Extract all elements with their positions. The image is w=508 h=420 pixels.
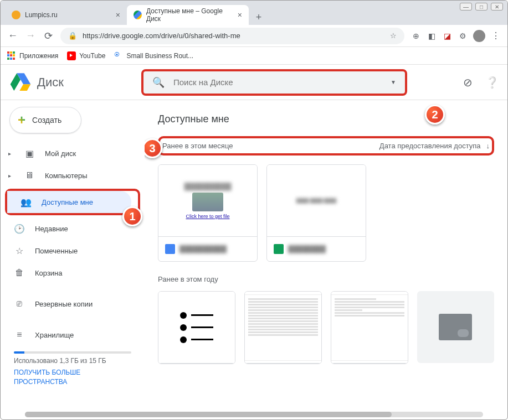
create-button[interactable]: + Создать bbox=[9, 107, 81, 133]
file-thumbnail: ██████████ Click here to get file bbox=[158, 165, 257, 237]
profile-avatar-icon[interactable] bbox=[473, 30, 485, 42]
computers-icon: 🖥 bbox=[24, 170, 35, 180]
drive-icon: ▣ bbox=[24, 148, 35, 159]
drive-logo[interactable]: Диск bbox=[9, 71, 137, 94]
drive-logo-text: Диск bbox=[37, 75, 64, 90]
close-tab-icon[interactable]: × bbox=[238, 11, 242, 19]
bookmark-label: YouTube bbox=[79, 52, 105, 60]
file-card[interactable] bbox=[158, 291, 235, 364]
sidebar-item-label: Резервные копии bbox=[35, 300, 93, 308]
file-card[interactable]: ████ ████ ████ ████████ bbox=[266, 164, 366, 262]
browser-tab[interactable]: Lumpics.ru × bbox=[5, 5, 127, 25]
reload-button[interactable]: ⟳ bbox=[43, 30, 54, 42]
tab-title: Доступные мне – Google Диск bbox=[146, 7, 233, 23]
new-tab-button[interactable]: + bbox=[251, 9, 266, 25]
storage-progress-bar bbox=[14, 351, 131, 354]
sidebar-item-shared[interactable]: 👥 Доступные мне bbox=[7, 191, 131, 213]
storage-icon: ≡ bbox=[14, 330, 25, 340]
back-button[interactable]: ← bbox=[7, 30, 18, 42]
browser-tab[interactable]: Доступные мне – Google Диск × bbox=[127, 5, 249, 25]
site-icon: ⦿ bbox=[114, 51, 123, 60]
sort-control[interactable]: Дата предоставления доступа ↓ bbox=[379, 142, 490, 150]
google-docs-icon bbox=[165, 244, 175, 254]
file-thumbnail bbox=[245, 292, 321, 364]
youtube-bookmark[interactable]: YouTube bbox=[67, 51, 105, 60]
bookmark-item[interactable]: ⦿ Small Business Rout... bbox=[114, 51, 193, 60]
search-options-dropdown-icon[interactable]: ▼ bbox=[391, 79, 396, 85]
sidebar-item-label: Доступные мне bbox=[42, 198, 93, 206]
browser-tabs-bar: Lumpics.ru × Доступные мне – Google Диск… bbox=[1, 1, 507, 25]
bookmark-star-icon[interactable]: ☆ bbox=[390, 32, 397, 40]
url-input[interactable]: 🔒 https://drive.google.com/drive/u/0/sha… bbox=[60, 28, 404, 44]
ready-offline-icon[interactable]: ⊘ bbox=[461, 76, 474, 89]
storage-info: Использовано 1,3 ГБ из 15 ГБ ПОЛУЧИТЬ БО… bbox=[1, 346, 145, 389]
bookmark-label: Small Business Rout... bbox=[126, 52, 193, 60]
expand-arrow-icon[interactable]: ▸ bbox=[8, 173, 14, 179]
annotation-callout: 3 bbox=[145, 138, 162, 158]
sidebar-item-label: Мой диск bbox=[45, 149, 76, 158]
forward-button[interactable]: → bbox=[25, 30, 36, 42]
storage-used-text: Использовано 1,3 ГБ из 15 ГБ bbox=[14, 357, 131, 365]
extension-icon[interactable]: ⚙ bbox=[458, 31, 468, 41]
maximize-button[interactable]: □ bbox=[475, 3, 488, 11]
folder-card[interactable] bbox=[417, 291, 494, 363]
close-window-button[interactable]: ✕ bbox=[491, 3, 503, 11]
google-sheets-icon bbox=[274, 244, 284, 254]
drive-header: Диск 🔍 ▼ ⊘ ❔ 2 bbox=[1, 65, 507, 100]
sidebar-item-label: Корзина bbox=[35, 269, 63, 277]
annotation-highlight: 👥 Доступные мне 1 bbox=[5, 189, 140, 215]
sidebar-item-computers[interactable]: ▸ 🖥 Компьютеры bbox=[1, 164, 138, 186]
favicon-icon bbox=[12, 11, 20, 19]
sidebar-item-label: Хранилище bbox=[35, 331, 74, 339]
bookmark-label: Приложения bbox=[19, 52, 58, 60]
file-card[interactable]: ██████████ Click here to get file ██████… bbox=[158, 164, 258, 262]
file-name: ████████ bbox=[288, 245, 326, 253]
sort-direction-icon[interactable]: ↓ bbox=[486, 142, 490, 150]
sidebar-item-trash[interactable]: 🗑 Корзина bbox=[1, 262, 138, 284]
annotation-callout: 1 bbox=[122, 206, 142, 226]
recent-icon: 🕑 bbox=[14, 224, 25, 234]
extension-icon[interactable]: ◪ bbox=[442, 31, 452, 41]
help-icon[interactable]: ❔ bbox=[485, 76, 499, 89]
extension-icons: ⊕ ◧ ◪ ⚙ ⋮ bbox=[411, 30, 501, 42]
expand-arrow-icon[interactable]: ▸ bbox=[8, 151, 14, 157]
sidebar-item-backups[interactable]: ⎚ Резервные копии bbox=[1, 293, 138, 315]
lock-icon: 🔒 bbox=[68, 32, 77, 40]
apps-bookmark[interactable]: Приложения bbox=[7, 51, 58, 60]
sidebar-item-storage[interactable]: ≡ Хранилище bbox=[1, 324, 138, 346]
section-label: Ранее в этом году bbox=[158, 275, 494, 283]
address-bar: ← → ⟳ 🔒 https://drive.google.com/drive/u… bbox=[1, 25, 507, 47]
sidebar-item-starred[interactable]: ☆ Помеченные bbox=[1, 240, 138, 262]
sort-label: Дата предоставления доступа bbox=[379, 142, 481, 150]
window-controls: — □ ✕ bbox=[460, 3, 503, 11]
file-thumbnail bbox=[158, 292, 235, 364]
file-card[interactable] bbox=[244, 291, 322, 364]
sidebar-item-label: Компьютеры bbox=[45, 172, 88, 180]
minimize-button[interactable]: — bbox=[460, 3, 472, 11]
search-box[interactable]: 🔍 ▼ bbox=[141, 69, 407, 96]
horizontal-scrollbar[interactable] bbox=[25, 412, 483, 417]
extension-icon[interactable]: ◧ bbox=[427, 31, 437, 41]
upgrade-storage-link[interactable]: ПОЛУЧИТЬ БОЛЬШЕ ПРОСТРАНСТВА bbox=[14, 368, 131, 387]
browser-menu-icon[interactable]: ⋮ bbox=[491, 31, 501, 41]
shared-folder-icon bbox=[439, 314, 472, 340]
file-thumbnail bbox=[331, 292, 408, 364]
main-content: Доступные мне Ранее в этом месяце Дата п… bbox=[145, 100, 507, 419]
section-header-bar: Ранее в этом месяце Дата предоставления … bbox=[158, 136, 494, 155]
search-input[interactable] bbox=[173, 77, 382, 87]
create-label: Создать bbox=[32, 116, 61, 125]
files-grid bbox=[158, 291, 494, 364]
sidebar-item-label: Помеченные bbox=[35, 247, 78, 255]
trash-icon: 🗑 bbox=[14, 268, 25, 278]
sidebar-item-mydrive[interactable]: ▸ ▣ Мой диск bbox=[1, 142, 138, 164]
file-thumbnail: ████ ████ ████ bbox=[267, 165, 366, 237]
annotation-callout: 2 bbox=[425, 105, 445, 125]
section-label: Ранее в этом месяце bbox=[162, 142, 233, 150]
sidebar-item-recent[interactable]: 🕑 Недавние bbox=[1, 217, 138, 240]
globe-icon[interactable]: ⊕ bbox=[411, 31, 421, 41]
close-tab-icon[interactable]: × bbox=[116, 11, 120, 19]
drive-logo-icon bbox=[9, 71, 32, 94]
drive-body: + Создать ▸ ▣ Мой диск ▸ 🖥 Компьютеры 👥 … bbox=[1, 100, 507, 419]
url-text: https://drive.google.com/drive/u/0/share… bbox=[83, 32, 240, 40]
file-card[interactable] bbox=[331, 291, 408, 364]
